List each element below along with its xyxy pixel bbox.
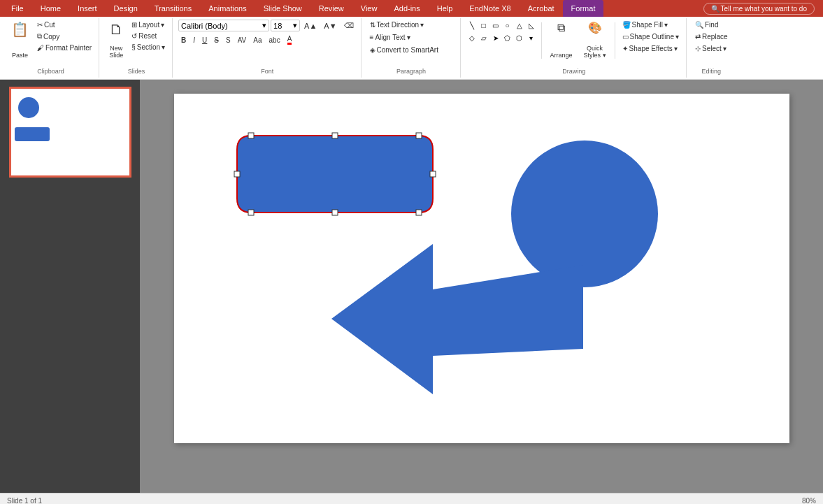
- quick-styles-icon: 🎨: [588, 22, 602, 34]
- underline-button[interactable]: U: [199, 35, 210, 45]
- arrow-shape[interactable]: ➤: [490, 32, 501, 43]
- shadow-button[interactable]: S: [223, 35, 234, 45]
- ribbon: File Home Insert Design Transitions Anim…: [0, 0, 823, 80]
- tab-endnote[interactable]: EndNote X8: [461, 0, 519, 17]
- tab-file[interactable]: File: [3, 0, 32, 17]
- shape-outline-button[interactable]: ▭ Shape Outline ▾: [620, 31, 682, 42]
- slides-label: Slides: [128, 66, 145, 76]
- line-shape[interactable]: ╲: [466, 20, 478, 31]
- font-size-selector[interactable]: 18 ▾: [271, 20, 300, 31]
- rounded-rect-svg: [230, 129, 440, 230]
- font-color-button[interactable]: A: [285, 34, 295, 46]
- tab-help[interactable]: Help: [429, 0, 461, 17]
- font-name-selector[interactable]: Calibri (Body) ▾: [178, 20, 269, 31]
- select-button[interactable]: ⊹ Select ▾: [692, 43, 731, 54]
- painter-icon: 🖌: [37, 44, 44, 52]
- tab-slideshow[interactable]: Slide Show: [255, 0, 310, 17]
- arrow-shape[interactable]: [331, 244, 580, 394]
- tab-insert[interactable]: Insert: [69, 0, 106, 17]
- rounded-rect-shape[interactable]: ▭: [490, 20, 501, 31]
- parallelogram-shape[interactable]: ▱: [478, 32, 489, 43]
- pentagon-shape[interactable]: ⬠: [502, 32, 513, 43]
- align-text-button[interactable]: ≡ Align Text ▾: [367, 32, 413, 43]
- editing-label: Editing: [702, 66, 722, 76]
- diamond-shape[interactable]: ◇: [466, 32, 478, 43]
- group-editing: 🔍 Find ⇄ Replace ⊹ Select ▾ Editing: [688, 18, 735, 78]
- layout-button[interactable]: ⊞ Layout ▾: [129, 20, 168, 30]
- rt-triangle-shape[interactable]: ◺: [526, 20, 537, 31]
- triangle-shape[interactable]: △: [514, 20, 525, 31]
- quick-styles-button[interactable]: 🎨 QuickStyles ▾: [580, 20, 610, 62]
- increase-font-button[interactable]: A▲: [301, 20, 320, 31]
- strikethrough-button[interactable]: S: [211, 35, 222, 45]
- convert-smartart-button[interactable]: ◈ Convert to SmartArt: [367, 45, 441, 55]
- reset-icon: ↺: [131, 32, 137, 40]
- svg-rect-7: [430, 171, 436, 177]
- cut-button[interactable]: ✂ Cut: [34, 20, 94, 30]
- tab-format[interactable]: Format: [563, 0, 604, 17]
- bold-button[interactable]: B: [178, 35, 189, 45]
- tab-design[interactable]: Design: [106, 0, 146, 17]
- align-text-icon: ≡: [370, 34, 374, 41]
- outline-dropdown: ▾: [675, 33, 679, 41]
- tab-transitions[interactable]: Transitions: [146, 0, 200, 17]
- reset-button[interactable]: ↺ Reset: [129, 31, 168, 41]
- paste-button[interactable]: 📋 Paste: [7, 20, 33, 62]
- svg-marker-9: [331, 244, 583, 394]
- drawing-label: Drawing: [562, 66, 585, 76]
- selected-rounded-rect[interactable]: [230, 129, 433, 223]
- find-button[interactable]: 🔍 Find: [692, 20, 731, 30]
- svg-rect-4: [332, 210, 338, 215]
- tab-acrobat[interactable]: Acrobat: [520, 0, 563, 17]
- tell-me-input[interactable]: 🔍 Tell me what you want to do: [703, 3, 815, 15]
- format-painter-button[interactable]: 🖌 Format Painter: [34, 43, 94, 53]
- slide-info: Slide 1 of 1: [7, 497, 42, 504]
- change-case-button[interactable]: Aa: [250, 35, 264, 45]
- ribbon-tab-bar: File Home Insert Design Transitions Anim…: [0, 0, 823, 17]
- shape-effects-button[interactable]: ✦ Shape Effects ▾: [620, 43, 682, 54]
- find-icon: 🔍: [695, 21, 703, 29]
- font-label: Font: [261, 66, 273, 76]
- shape-fill-button[interactable]: 🪣 Shape Fill ▾: [620, 20, 682, 30]
- italic-button[interactable]: I: [190, 35, 198, 45]
- section-button[interactable]: § Section ▾: [129, 42, 168, 52]
- tab-addins[interactable]: Add-ins: [385, 0, 428, 17]
- text-dir-icon: ⇅: [370, 21, 375, 29]
- svg-rect-0: [248, 133, 254, 138]
- clipboard-label: Clipboard: [37, 66, 64, 76]
- canvas-area[interactable]: [140, 80, 823, 493]
- hexagon-shape[interactable]: ⬡: [514, 32, 525, 43]
- thumb-rect-shape: [15, 127, 50, 141]
- rect-shape[interactable]: □: [478, 20, 489, 31]
- tab-view[interactable]: View: [352, 0, 386, 17]
- svg-rect-6: [234, 171, 240, 177]
- thumb-circle-shape: [18, 97, 39, 118]
- highlight-button[interactable]: abc: [266, 35, 283, 45]
- search-icon: 🔍: [711, 5, 720, 13]
- effects-icon: ✦: [622, 45, 628, 52]
- slide-canvas[interactable]: [174, 94, 789, 443]
- clear-format-button[interactable]: ⌫: [341, 20, 357, 31]
- layout-dropdown-icon: ▾: [161, 21, 164, 29]
- char-spacing-button[interactable]: AV: [235, 35, 250, 45]
- text-direction-button[interactable]: ⇅ Text Direction ▾: [367, 20, 427, 30]
- tab-review[interactable]: Review: [310, 0, 352, 17]
- layout-icon: ⊞: [131, 21, 137, 29]
- oval-shape[interactable]: ○: [502, 20, 513, 31]
- highlight-icon: abc: [269, 36, 280, 44]
- arrange-icon: ⧉: [557, 22, 565, 34]
- tab-animations[interactable]: Animations: [200, 0, 255, 17]
- new-slide-button[interactable]: 🗋 NewSlide: [105, 20, 127, 62]
- decrease-font-button[interactable]: A▼: [321, 20, 339, 31]
- more-shapes[interactable]: ▾: [526, 32, 537, 43]
- replace-icon: ⇄: [695, 33, 701, 41]
- svg-rect-5: [416, 210, 422, 215]
- replace-button[interactable]: ⇄ Replace: [692, 31, 731, 42]
- tab-home[interactable]: Home: [32, 0, 69, 17]
- font-dropdown-icon: ▾: [262, 21, 266, 30]
- slide-thumbnail[interactable]: [9, 87, 131, 178]
- arrange-button[interactable]: ⧉ Arrange: [546, 20, 577, 62]
- paste-icon: 📋: [11, 22, 29, 36]
- copy-button[interactable]: ⧉ Copy: [34, 31, 94, 42]
- align-dropdown: ▾: [407, 34, 410, 41]
